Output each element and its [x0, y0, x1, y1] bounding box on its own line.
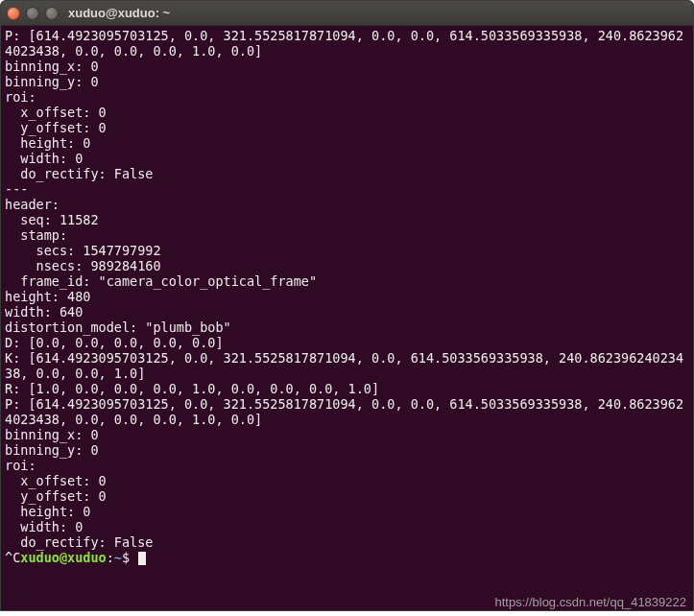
prompt-dollar: $	[122, 550, 137, 565]
minimize-icon[interactable]	[26, 7, 39, 20]
window-title: xuduo@xuduo: ~	[68, 6, 170, 21]
output-line: binning_y: 0	[5, 442, 99, 458]
output-line: binning_y: 0	[5, 74, 99, 89]
output-line: binning_x: 0	[5, 427, 99, 442]
output-line: width: 0	[5, 151, 83, 166]
terminal-window: xuduo@xuduo: ~ P: [614.4923095703125, 0.…	[0, 0, 694, 611]
output-line: x_offset: 0	[5, 473, 107, 488]
output-line: secs: 1547797992	[5, 243, 161, 258]
output-line: do_rectify: False	[5, 534, 153, 550]
output-line: frame_id: "camera_color_optical_frame"	[5, 273, 317, 289]
output-line: height: 0	[5, 135, 90, 151]
output-line: R: [1.0, 0.0, 0.0, 0.0, 1.0, 0.0, 0.0, 0…	[5, 381, 379, 396]
output-line: distortion_model: "plumb_bob"	[5, 320, 231, 335]
prompt-path: ~	[114, 550, 122, 565]
output-line: x_offset: 0	[5, 105, 107, 120]
close-icon[interactable]	[7, 7, 20, 20]
output-line: binning_x: 0	[5, 59, 99, 74]
output-line: seq: 11582	[5, 212, 99, 227]
output-line: do_rectify: False	[5, 166, 153, 181]
output-line: y_offset: 0	[5, 488, 107, 504]
prompt-colon: :	[107, 550, 114, 565]
maximize-icon[interactable]	[45, 7, 59, 20]
interrupt-signal: ^C	[5, 550, 20, 565]
terminal-body[interactable]: P: [614.4923095703125, 0.0, 321.55258178…	[1, 26, 693, 610]
output-line: nsecs: 989284160	[5, 258, 161, 273]
window-titlebar[interactable]: xuduo@xuduo: ~	[1, 1, 693, 26]
prompt-user-host: xuduo@xuduo	[20, 550, 106, 565]
output-line: roi:	[5, 89, 36, 105]
output-line: P: [614.4923095703125, 0.0, 321.55258178…	[5, 28, 683, 59]
output-line: height: 0	[5, 504, 90, 519]
output-line: stamp:	[5, 227, 67, 243]
output-line: ---	[5, 181, 28, 197]
output-line: width: 0	[5, 519, 83, 534]
output-line: roi:	[5, 458, 36, 473]
output-line: y_offset: 0	[5, 120, 107, 135]
output-line: width: 640	[5, 304, 83, 320]
output-line: header:	[5, 197, 60, 212]
output-line: height: 480	[5, 289, 90, 304]
output-line: P: [614.4923095703125, 0.0, 321.55258178…	[5, 396, 683, 427]
watermark-text: https://blog.csdn.net/qq_41839222	[495, 595, 687, 610]
output-line: D: [0.0, 0.0, 0.0, 0.0, 0.0]	[5, 335, 224, 350]
output-line: K: [614.4923095703125, 0.0, 321.55258178…	[5, 350, 683, 381]
cursor-icon	[138, 552, 146, 565]
